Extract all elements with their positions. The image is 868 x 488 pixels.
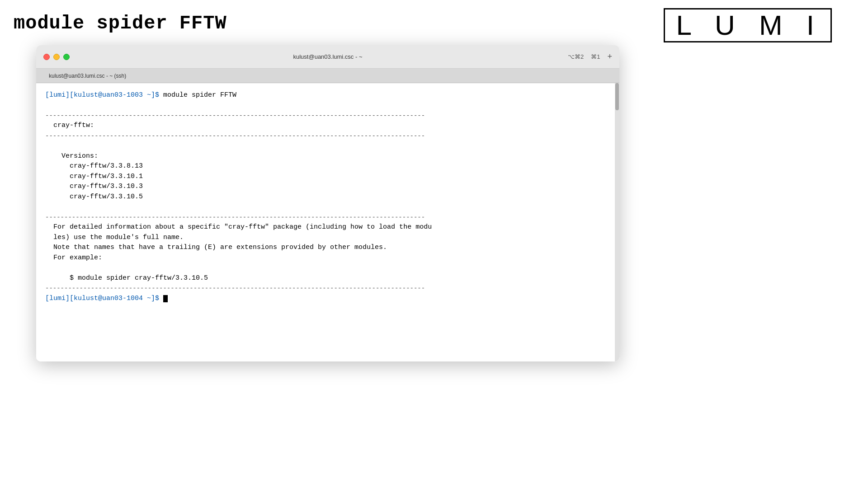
info-line-2: les) use the module's full name. [53, 233, 610, 243]
shortcut-2: ⌘1 [591, 53, 600, 60]
empty-line-1 [45, 101, 610, 111]
empty-line-4 [45, 263, 610, 273]
example-command: $ module spider cray-fftw/3.3.10.5 [61, 273, 610, 284]
prompt-2: [lumi][kulust@uan03-1004 ~]$ [45, 295, 159, 302]
command-1: module spider FFTW [159, 91, 236, 99]
version-3: cray-fftw/3.3.10.3 [70, 182, 610, 192]
info-line-1: For detailed information about a specifi… [53, 222, 610, 233]
tab-bar: kulust@uan03.lumi.csc - ~ (ssh) [36, 69, 619, 83]
traffic-lights [43, 54, 70, 60]
command-line-1: [lumi][kulust@uan03-1003 ~]$ module spid… [45, 90, 610, 101]
new-tab-button[interactable]: + [607, 52, 612, 61]
close-button[interactable] [43, 54, 50, 60]
titlebar-right: ⌥⌘2 ⌘1 + [568, 52, 612, 61]
minimize-button[interactable] [53, 54, 60, 60]
empty-line-3 [45, 202, 610, 212]
info-line-3: Note that names that have a trailing (E)… [53, 243, 610, 253]
cursor-space [159, 295, 163, 302]
section-name: cray-fftw: [53, 121, 610, 131]
scrollbar-thumb[interactable] [615, 83, 619, 110]
slide-title: module spider FFTW [14, 13, 227, 34]
command-line-2: [lumi][kulust@uan03-1004 ~]$ [45, 294, 610, 304]
slide-background: module spider FFTW L U M I kulust@uan03.… [0, 0, 868, 488]
tab-item-ssh[interactable]: kulust@uan03.lumi.csc - ~ (ssh) [43, 71, 132, 81]
separator-3: ----------------------------------------… [45, 212, 610, 222]
versions-label: Versions: [61, 151, 610, 162]
maximize-button[interactable] [63, 54, 70, 60]
separator-4: ----------------------------------------… [45, 283, 610, 293]
terminal-content[interactable]: [lumi][kulust@uan03-1003 ~]$ module spid… [36, 83, 619, 361]
terminal-titlebar: kulust@uan03.lumi.csc - ~ ⌥⌘2 ⌘1 + [36, 45, 619, 69]
titlebar-main-text: kulust@uan03.lumi.csc - ~ [293, 53, 362, 60]
terminal-window: kulust@uan03.lumi.csc - ~ ⌥⌘2 ⌘1 + kulus… [36, 45, 619, 361]
cursor [163, 295, 168, 302]
version-1: cray-fftw/3.3.8.13 [70, 161, 610, 172]
titlebar-center: kulust@uan03.lumi.csc - ~ [293, 53, 362, 60]
scrollbar[interactable] [615, 83, 619, 361]
info-line-4: For example: [53, 253, 610, 263]
lumi-logo-text: L U M I [664, 8, 832, 42]
empty-line-2 [45, 141, 610, 151]
shortcut-1: ⌥⌘2 [568, 53, 584, 60]
version-2: cray-fftw/3.3.10.1 [70, 172, 610, 182]
separator-1: ----------------------------------------… [45, 111, 610, 121]
prompt-1: [lumi][kulust@uan03-1003 ~]$ [45, 91, 159, 99]
separator-2: ----------------------------------------… [45, 131, 610, 141]
version-4: cray-fftw/3.3.10.5 [70, 192, 610, 202]
lumi-logo: L U M I [664, 8, 832, 42]
